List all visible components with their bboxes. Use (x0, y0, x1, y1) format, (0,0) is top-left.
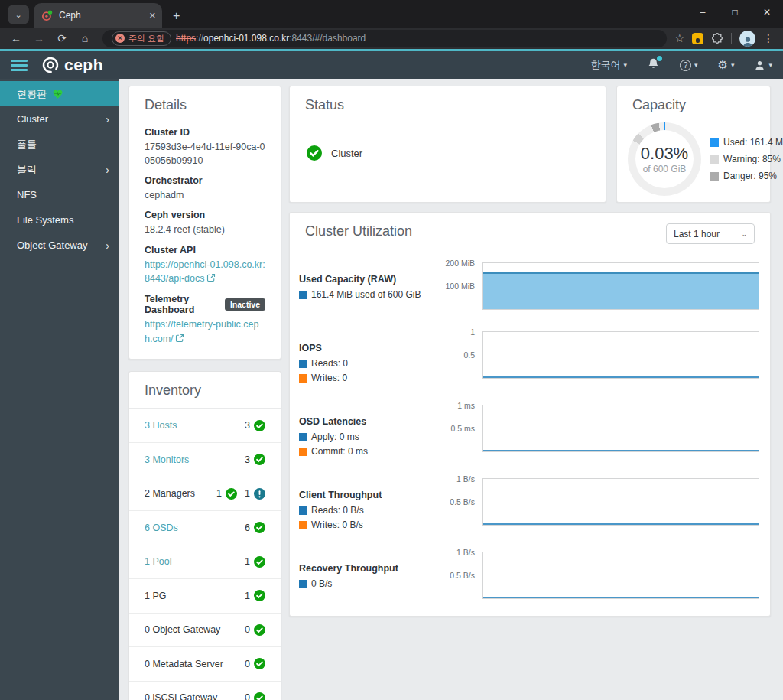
security-warning-chip[interactable]: ✕ 주의 요함 (112, 31, 171, 46)
help-icon: ? (680, 60, 691, 71)
osd-latencies-chart-row: OSD Latencies Apply: 0 ms Commit: 0 ms 1… (299, 405, 759, 457)
capacity-card: Capacity 0.03% of 600 GiB Used: 161.4 Mi… (616, 86, 771, 203)
used-legend-label: Used: 161.4 MiB (723, 137, 783, 148)
sidebar-item-cluster[interactable]: Cluster › (0, 106, 119, 132)
language-dropdown[interactable]: 한국어 ▾ (590, 58, 627, 72)
password-extension-icon[interactable] (692, 33, 703, 44)
browser-toolbar: ← → ⟳ ⌂ ✕ 주의 요함 https://openhci-01.098.c… (0, 28, 783, 49)
home-button[interactable]: ⌂ (75, 32, 95, 44)
external-link-icon (206, 273, 216, 282)
y-axis: 1 B/s 0.5 B/s (441, 478, 482, 526)
external-link-icon (175, 334, 184, 343)
danger-legend-swatch (710, 172, 719, 181)
hosts-link[interactable]: 3 Hosts (145, 420, 177, 431)
check-circle-icon (254, 454, 265, 465)
profile-avatar[interactable] (739, 31, 755, 47)
forward-button[interactable]: → (29, 32, 49, 44)
address-bar[interactable]: ✕ 주의 요함 https://openhci-01.098.co.kr:844… (102, 30, 667, 47)
bookmark-star-icon[interactable]: ☆ (674, 32, 684, 44)
notification-dot (657, 56, 662, 61)
check-circle-icon (254, 658, 265, 669)
danger-legend-label: Danger: 95% (723, 171, 777, 181)
cluster-status-row: Cluster (307, 145, 606, 161)
axis-tick: 1 ms (457, 401, 475, 410)
sidebar: 현황판 Cluster › 풀들 블럭 › NFS File Systems (0, 79, 119, 700)
chevron-right-icon: › (106, 113, 109, 125)
settings-dropdown[interactable]: ⚙ ▾ (717, 58, 734, 72)
client-reads-legend: Reads: 0 B/s (311, 505, 364, 516)
info-circle-icon (254, 488, 265, 500)
capacity-legend: Used: 161.4 MiB Warning: 85% Danger: 95% (710, 137, 783, 181)
details-card: Details Cluster ID 17593d3e-4e4d-11ef-90… (128, 86, 281, 360)
writes-swatch (299, 374, 307, 383)
ceph-favicon (41, 10, 53, 21)
hamburger-menu-icon[interactable] (11, 60, 28, 71)
user-dropdown[interactable]: ▾ (754, 60, 772, 71)
navbar-actions: 한국어 ▾ ? ▾ ⚙ ▾ ▾ (590, 57, 772, 73)
window-minimize-button[interactable]: – (687, 7, 719, 18)
ceph-brand[interactable]: ceph (41, 56, 103, 74)
axis-tick: 0.5 (463, 350, 475, 360)
window-close-button[interactable]: ✕ (751, 7, 783, 18)
brand-text: ceph (64, 56, 103, 74)
chevron-down-icon: ⌄ (741, 230, 747, 238)
chevron-down-icon: ▾ (768, 61, 772, 69)
check-circle-icon (254, 692, 265, 700)
metadata-server-label: 0 Metadata Server (145, 659, 223, 669)
used-capacity-chart (482, 262, 759, 310)
osds-link[interactable]: 6 OSDs (145, 523, 178, 533)
tab-search-button[interactable]: ⌄ (8, 5, 29, 24)
sidebar-item-nfs[interactable]: NFS (0, 182, 119, 207)
capacity-percent: 0.03% (641, 144, 688, 164)
client-throughput-title: Client Throughput (299, 490, 441, 500)
axis-tick: 0.5 B/s (450, 497, 475, 506)
url-scheme: https (176, 33, 196, 44)
browser-titlebar: ⌄ Ceph ✕ + – □ ✕ (0, 0, 783, 28)
inventory-card: Inventory 3 Hosts 3 3 Monitors 3 2 Manag… (128, 371, 281, 700)
cluster-api-link[interactable]: https://openhci-01.098.co.kr:8443/api-do… (145, 259, 265, 285)
extensions-puzzle-icon[interactable] (711, 32, 723, 44)
chevron-down-icon: ▾ (694, 61, 698, 69)
browser-tab[interactable]: Ceph ✕ (34, 3, 162, 28)
commit-legend: Commit: 0 ms (311, 446, 368, 457)
y-axis: 1 0.5 (441, 331, 482, 379)
iops-writes-legend: Writes: 0 (311, 373, 347, 383)
new-tab-button[interactable]: + (173, 9, 180, 23)
health-heartbeat-icon (52, 89, 63, 99)
details-title: Details (129, 86, 281, 119)
monitors-link[interactable]: 3 Monitors (145, 454, 189, 465)
sidebar-item-pools[interactable]: 풀들 (0, 132, 119, 157)
url-text: https://openhci-01.098.co.kr:8443/#/dash… (176, 33, 366, 44)
pools-count: 1 (245, 556, 250, 567)
latency-zero-line (483, 450, 759, 451)
help-dropdown[interactable]: ? ▾ (680, 60, 698, 71)
utilization-title: Cluster Utilization (305, 223, 412, 239)
sidebar-item-filesystems[interactable]: File Systems (0, 207, 119, 233)
chevron-right-icon: › (106, 239, 109, 252)
pools-link[interactable]: 1 Pool (145, 556, 171, 567)
tab-title: Ceph (59, 10, 143, 21)
y-axis: 1 B/s 0.5 B/s (441, 552, 482, 599)
apply-legend: Apply: 0 ms (311, 431, 359, 442)
tab-close-icon[interactable]: ✕ (149, 11, 156, 21)
orchestrator-label: Orchestrator (145, 175, 265, 186)
time-range-select[interactable]: Last 1 hour ⌄ (666, 223, 755, 244)
pgs-label: 1 PG (145, 591, 167, 601)
capacity-title: Capacity (617, 86, 770, 119)
gear-icon: ⚙ (717, 58, 727, 72)
inventory-row-metadata-server: 0 Metadata Server 0 (129, 646, 281, 681)
browser-menu-icon[interactable]: ⋮ (763, 32, 774, 44)
telemetry-link[interactable]: https://telemetry-public.ceph.com/ (145, 319, 258, 344)
reload-button[interactable]: ⟳ (52, 32, 72, 44)
window-maximize-button[interactable]: □ (719, 7, 751, 18)
back-button[interactable]: ← (6, 32, 26, 44)
notifications-button[interactable] (647, 57, 660, 73)
monitors-count: 3 (245, 454, 250, 465)
sidebar-item-object-gateway[interactable]: Object Gateway › (0, 233, 119, 258)
sidebar-item-dashboard[interactable]: 현황판 (0, 81, 119, 106)
url-path: :8443/#/dashboard (289, 33, 366, 44)
dashboard-main: Details Cluster ID 17593d3e-4e4d-11ef-90… (119, 79, 783, 700)
inventory-row-managers: 2 Managers 1 1 (129, 477, 281, 511)
inventory-row-pools: 1 Pool 1 (129, 545, 281, 579)
sidebar-item-block[interactable]: 블럭 › (0, 157, 119, 182)
